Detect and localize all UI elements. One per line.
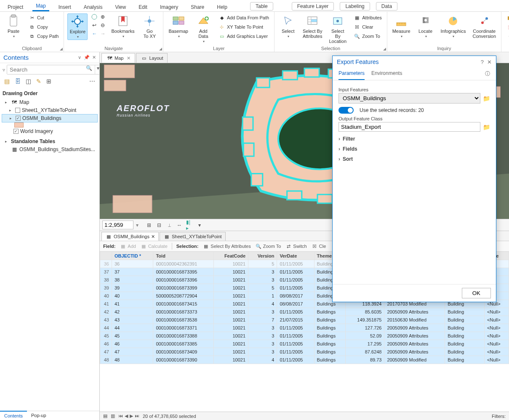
table-row[interactable]: 4444000100001687337110021301/11/2005Buil… (100, 324, 509, 332)
prev-arrow-icon[interactable]: ↩ (91, 22, 98, 29)
clear-button[interactable]: ☒Clear (352, 23, 383, 31)
copypath-button[interactable]: ⧉Copy Path (27, 32, 60, 40)
table-row[interactable]: 4646000100001687338510021301/11/2005Buil… (100, 340, 509, 348)
section-fields[interactable]: Fields (338, 146, 490, 152)
list-by-source-icon[interactable]: 🗄 (15, 78, 21, 85)
tab-share[interactable]: Share (187, 3, 208, 11)
paste-button[interactable]: Paste (3, 13, 24, 39)
toc-more-icon[interactable]: ⋯ (89, 78, 95, 85)
navigate-launcher[interactable]: ◢ (159, 47, 162, 51)
view-tab-map[interactable]: 🗺Map✕ (101, 53, 135, 63)
first-record-icon[interactable]: ⏮ (118, 413, 123, 419)
tab-insert[interactable]: Insert (55, 3, 75, 11)
toc-layer-xytable[interactable]: ▸Sheet1_XYTableToPoint (2, 106, 98, 114)
mapbar-dropdown[interactable]: ▾ (196, 221, 203, 229)
tab-view[interactable]: View (112, 3, 129, 11)
toc-layer-osmm[interactable]: ▸✓OSMM_Buildings (2, 114, 98, 122)
measure-button[interactable]: Measure (391, 13, 412, 39)
tab-help[interactable]: Help (213, 3, 231, 11)
toc-map-node[interactable]: ▸🗺Map (2, 98, 98, 106)
grid-icon[interactable]: ⊟ (155, 221, 163, 229)
ok-button[interactable]: OK (462, 288, 491, 298)
checkbox[interactable] (15, 108, 20, 113)
footer-tab-contents[interactable]: Contents (0, 411, 27, 420)
adddatafrompath-button[interactable]: ◆Add Data From Path (217, 13, 271, 22)
table-zoomto-button[interactable]: 🔍Zoom To (255, 243, 281, 250)
pause-draw-icon[interactable]: ▮|▸ (186, 221, 193, 229)
output-fc-input[interactable] (338, 122, 480, 132)
contents-pin[interactable]: 📌 (84, 55, 90, 60)
column-header[interactable]: FeatCode (214, 252, 248, 260)
add-field-button[interactable]: ▦Add (120, 243, 136, 250)
list-by-selection-icon[interactable]: ◫ (26, 78, 31, 85)
basemap-button[interactable]: Basemap (167, 13, 189, 39)
help-icon[interactable]: ? (481, 59, 484, 65)
section-sort[interactable]: Sort (338, 156, 490, 162)
table-row[interactable]: 4545000100001687338810021301/11/2005Buil… (100, 332, 509, 340)
gp-tab-parameters[interactable]: Parameters (338, 68, 365, 80)
select-button[interactable]: Select (278, 13, 298, 39)
filter-icon[interactable]: ▿ (3, 67, 5, 73)
correction-icon[interactable]: ↔ (176, 221, 183, 229)
prev-record-icon[interactable]: ◀ (125, 413, 128, 419)
contents-menu[interactable]: ∨ (78, 55, 81, 60)
table-tab-sheet1[interactable]: ▦Sheet1_XYTableToPoint (160, 232, 226, 241)
infographics-button[interactable]: Infographics (439, 13, 468, 39)
show-all-icon[interactable]: ▤ (103, 413, 107, 419)
column-header[interactable]: VerDate (277, 252, 314, 260)
table-row[interactable]: 4747000100001687340910021301/11/2005Buil… (100, 348, 509, 356)
tab-project[interactable]: Project (4, 3, 27, 11)
table-row[interactable]: 4242000100001687337310021301/11/2005Buil… (100, 308, 509, 316)
column-header[interactable] (100, 252, 112, 260)
zoomto-button[interactable]: 🔍Zoom To (352, 32, 383, 40)
browse-icon[interactable]: 📁 (483, 124, 490, 130)
full-extent-icon[interactable] (91, 13, 98, 20)
gotoxy-button[interactable]: Go To XY (139, 13, 160, 40)
show-selected-icon[interactable]: ▥ (111, 413, 115, 419)
adddata-button[interactable]: Add Data (193, 13, 213, 44)
toc-layer-imagery[interactable]: ✓World Imagery (2, 128, 98, 135)
gp-tab-environments[interactable]: Environments (371, 68, 402, 80)
use-selected-toggle[interactable] (338, 107, 354, 114)
ctx-tab-data[interactable]: Data (376, 2, 397, 11)
list-by-drawing-icon[interactable]: ▤ (4, 78, 10, 85)
last-record-icon[interactable]: ⏭ (135, 413, 139, 419)
contents-close[interactable]: ✕ (92, 55, 96, 60)
addgraphicslayer-button[interactable]: ▭Add Graphics Layer (217, 32, 271, 40)
input-features-select[interactable]: OSMM_Buildings (338, 93, 480, 104)
next-extent-icon[interactable]: → (99, 30, 106, 37)
calculate-button[interactable]: ▦Calculate (140, 243, 168, 250)
close-icon[interactable]: ✕ (151, 234, 155, 239)
close-icon[interactable]: ✕ (127, 56, 131, 61)
browse-icon[interactable]: 📁 (483, 95, 490, 102)
next-record-icon[interactable]: ▶ (130, 413, 133, 419)
table-switch-button[interactable]: ⇄Switch (285, 243, 306, 250)
fixed-zoom-in-icon[interactable]: ⊕ (99, 13, 106, 20)
list-by-snapping-icon[interactable]: ⊞ (46, 78, 51, 85)
search-input[interactable]: 🔍 ▾ (7, 65, 101, 74)
checkbox[interactable]: ✓ (13, 129, 19, 134)
footer-tab-popup[interactable]: Pop-up (27, 411, 50, 420)
selectbyattr-button[interactable]: Select By Attributes (301, 13, 323, 40)
table-clear-button[interactable]: ☒Cle (311, 243, 326, 250)
section-filter[interactable]: Filter (338, 136, 490, 142)
table-row[interactable]: 4848000100001687339010021401/11/2005Buil… (100, 356, 509, 364)
more-labels-button[interactable]: ✦More (505, 32, 509, 40)
bookmarks-button[interactable]: Bookmarks (109, 13, 136, 39)
xytabletopoint-button[interactable]: ⊹XY Table To Point (217, 23, 271, 31)
tab-imagery[interactable]: Imagery (157, 3, 181, 11)
column-header[interactable]: OBJECTID * (112, 252, 153, 260)
standalone-header[interactable]: ▸Standalone Tables (2, 138, 98, 145)
ctx-tab-table[interactable]: Table (250, 2, 273, 11)
constraints-icon[interactable]: ⟂ (165, 221, 173, 229)
table-selbyattr-button[interactable]: ▦Select By Attributes (203, 243, 251, 250)
selectbyloc-button[interactable]: Select By Location (327, 13, 349, 45)
checkbox[interactable]: ✓ (16, 116, 21, 121)
cut-button[interactable]: ✂Cut (27, 13, 60, 22)
ctx-tab-labeling[interactable]: Labeling (340, 2, 370, 11)
fixed-zoom-out-icon[interactable]: ⊖ (99, 22, 106, 29)
explore-button[interactable]: Explore (67, 13, 88, 40)
gp-help-icon[interactable]: ⓘ (485, 68, 490, 80)
column-header[interactable]: Toid (153, 252, 214, 260)
table-tab-osmm[interactable]: ▦OSMM_Buildings✕ (101, 232, 159, 241)
